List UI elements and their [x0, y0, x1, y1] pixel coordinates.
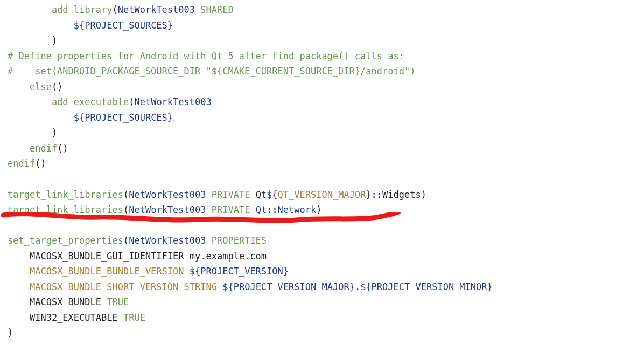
code-line: ) — [8, 127, 57, 138]
token-plain: ( — [112, 4, 117, 15]
token-prop: MACOSX_BUNDLE_BUNDLE_VERSION — [30, 266, 184, 277]
code-line: add_library(NetWorkTest003 SHARED — [8, 4, 234, 15]
token-plain: Qt — [250, 189, 267, 200]
token-qtvar: QT_VERSION_MAJOR — [278, 189, 366, 200]
token-var: PROJECT_SOURCES — [85, 20, 167, 31]
code-line: WIN32_EXECUTABLE TRUE — [8, 312, 145, 323]
code-line: ) — [8, 327, 13, 338]
token-kw: PRIVATE — [212, 189, 250, 200]
code-line: # Define properties for Android with Qt … — [8, 51, 404, 61]
code-line: target_link_libraries(NetWorkTest003 PRI… — [8, 204, 322, 215]
token-kw: TRUE — [107, 297, 129, 307]
code-line: endif() — [8, 143, 68, 154]
token-brace: ${ — [222, 281, 233, 292]
token-comment: # Define properties for Android with Qt … — [8, 51, 404, 61]
token-var: PROJECT_VERSION_MINOR — [372, 281, 487, 292]
code-block: add_library(NetWorkTest003 SHARED ${PROJ… — [8, 2, 644, 341]
token-plain — [217, 281, 222, 292]
token-plain: ( — [123, 204, 129, 215]
code-line: # set(ANDROID_PACKAGE_SOURCE_DIR "${CMAK… — [8, 66, 415, 77]
code-line: ) — [8, 35, 57, 46]
code-line: MACOSX_BUNDLE_GUI_IDENTIFIER my.example.… — [8, 251, 267, 262]
token-prop: MACOSX_BUNDLE_SHORT_VERSION_STRING — [30, 281, 217, 292]
token-brace: ${ — [74, 112, 85, 123]
token-id: NetWorkTest003 — [129, 235, 206, 246]
token-plain — [206, 204, 211, 215]
token-kw: PRIVATE — [212, 204, 250, 215]
code-line: else() — [8, 81, 62, 92]
code-line: endif() — [8, 158, 46, 169]
token-plain: () — [35, 158, 46, 169]
token-plain: ( — [123, 235, 129, 246]
token-fn: add_executable — [52, 97, 129, 107]
token-plain — [195, 4, 200, 15]
token-plain: MACOSX_BUNDLE_GUI_IDENTIFIER my.example.… — [30, 251, 267, 262]
token-brace: } — [366, 189, 371, 200]
token-brace: } — [487, 281, 493, 292]
code-line: set_target_properties(NetWorkTest003 PRO… — [8, 235, 267, 246]
token-plain — [184, 266, 190, 277]
token-plain: :: — [267, 204, 277, 215]
token-brace: ${ — [267, 189, 277, 200]
token-var: PROJECT_VERSION_MAJOR — [234, 281, 349, 292]
token-kw: TRUE — [123, 312, 145, 323]
code-line: ${PROJECT_SOURCES} — [8, 112, 173, 123]
token-plain: ( — [129, 97, 134, 107]
token-id: Qt — [256, 204, 267, 215]
token-plain: () — [57, 143, 68, 154]
token-brace: ${ — [74, 20, 85, 31]
token-plain: WIN32_EXECUTABLE — [30, 312, 123, 323]
code-line: target_link_libraries(NetWorkTest003 PRI… — [8, 189, 426, 200]
token-comment: # set(ANDROID_PACKAGE_SOURCE_DIR "${CMAK… — [8, 66, 415, 77]
token-fn: target_link_libraries — [8, 189, 123, 200]
token-var: PROJECT_VERSION — [200, 266, 283, 277]
token-brace: } — [283, 266, 289, 277]
token-plain: ( — [123, 189, 129, 200]
token-fn: add_library — [52, 4, 113, 15]
token-var: PROJECT_SOURCES — [85, 112, 167, 123]
token-plain — [206, 235, 211, 246]
token-fn: endif — [8, 158, 35, 169]
token-kw: SHARED — [200, 4, 233, 15]
token-brace: } — [349, 281, 355, 292]
token-plain: MACOSX_BUNDLE — [30, 297, 107, 307]
token-id: NetWorkTest003 — [118, 4, 195, 15]
token-fn: else — [30, 81, 52, 92]
token-id: Network — [278, 204, 317, 215]
token-plain: ) — [8, 327, 13, 338]
token-fn: endif — [30, 143, 57, 154]
token-plain: ) — [316, 204, 321, 215]
token-kw: PROPERTIES — [212, 235, 267, 246]
token-fn: target_link_libraries — [8, 204, 123, 215]
code-line: MACOSX_BUNDLE TRUE — [8, 297, 129, 307]
code-line: ${PROJECT_SOURCES} — [8, 20, 173, 31]
token-brace: ${ — [360, 281, 371, 292]
code-line: MACOSX_BUNDLE_BUNDLE_VERSION ${PROJECT_V… — [8, 266, 289, 277]
code-line: MACOSX_BUNDLE_SHORT_VERSION_STRING ${PRO… — [8, 281, 493, 292]
token-id: NetWorkTest003 — [129, 204, 206, 215]
code-line: add_executable(NetWorkTest003 — [8, 97, 212, 107]
token-plain — [206, 189, 211, 200]
token-plain: ) — [52, 127, 57, 138]
token-plain — [250, 204, 255, 215]
token-id: NetWorkTest003 — [134, 97, 211, 107]
token-plain: ) — [52, 35, 57, 46]
token-plain: . — [355, 281, 360, 292]
token-brace: } — [167, 20, 173, 31]
token-id: NetWorkTest003 — [129, 189, 206, 200]
token-plain: ::Widgets) — [372, 189, 426, 200]
token-brace: } — [167, 112, 173, 123]
token-fn: set_target_properties — [8, 235, 123, 246]
token-plain: () — [52, 81, 62, 92]
token-brace: ${ — [190, 266, 200, 277]
